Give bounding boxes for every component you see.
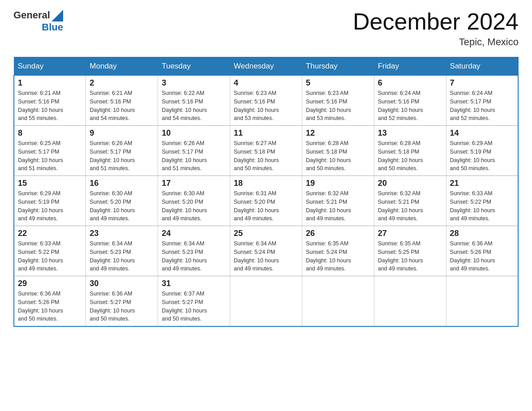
- day-number: 26: [306, 229, 370, 238]
- day-number: 10: [162, 128, 226, 138]
- day-info: Sunrise: 6:27 AM Sunset: 5:18 PM Dayligh…: [234, 139, 298, 173]
- day-number: 29: [18, 279, 82, 288]
- calendar-cell: 25 Sunrise: 6:34 AM Sunset: 5:24 PM Dayl…: [230, 226, 302, 276]
- day-header-sunday: Sunday: [14, 57, 86, 76]
- day-info: Sunrise: 6:36 AM Sunset: 5:26 PM Dayligh…: [450, 240, 514, 273]
- calendar-cell: 24 Sunrise: 6:34 AM Sunset: 5:23 PM Dayl…: [158, 226, 230, 276]
- calendar-cell: 26 Sunrise: 6:35 AM Sunset: 5:24 PM Dayl…: [302, 226, 374, 276]
- day-info: Sunrise: 6:23 AM Sunset: 5:16 PM Dayligh…: [234, 89, 298, 123]
- calendar-cell: 16 Sunrise: 6:30 AM Sunset: 5:20 PM Dayl…: [86, 176, 158, 226]
- calendar-week-row: 15 Sunrise: 6:29 AM Sunset: 5:19 PM Dayl…: [14, 176, 518, 226]
- day-info: Sunrise: 6:26 AM Sunset: 5:17 PM Dayligh…: [162, 139, 226, 173]
- day-number: 24: [162, 229, 226, 238]
- page-header: General Blue December 2024 Tepic, Mexico: [13, 9, 519, 48]
- day-number: 27: [378, 229, 442, 238]
- calendar-cell: [302, 276, 374, 327]
- day-number: 12: [306, 128, 370, 138]
- day-info: Sunrise: 6:29 AM Sunset: 5:19 PM Dayligh…: [450, 139, 514, 173]
- calendar-cell: 7 Sunrise: 6:24 AM Sunset: 5:17 PM Dayli…: [446, 76, 518, 126]
- day-number: 18: [234, 179, 298, 188]
- calendar-cell: 12 Sunrise: 6:28 AM Sunset: 5:18 PM Dayl…: [302, 126, 374, 176]
- day-info: Sunrise: 6:30 AM Sunset: 5:20 PM Dayligh…: [90, 189, 154, 223]
- calendar-cell: 19 Sunrise: 6:32 AM Sunset: 5:21 PM Dayl…: [302, 176, 374, 226]
- day-info: Sunrise: 6:36 AM Sunset: 5:26 PM Dayligh…: [18, 290, 82, 323]
- calendar-cell: 1 Sunrise: 6:21 AM Sunset: 5:16 PM Dayli…: [14, 76, 86, 126]
- calendar-cell: 8 Sunrise: 6:25 AM Sunset: 5:17 PM Dayli…: [14, 126, 86, 176]
- calendar-cell: [374, 276, 446, 327]
- day-number: 1: [18, 78, 82, 88]
- day-number: 14: [450, 128, 514, 138]
- day-info: Sunrise: 6:26 AM Sunset: 5:17 PM Dayligh…: [90, 139, 154, 173]
- calendar-cell: [230, 276, 302, 327]
- day-info: Sunrise: 6:30 AM Sunset: 5:20 PM Dayligh…: [162, 189, 226, 223]
- calendar-cell: 18 Sunrise: 6:31 AM Sunset: 5:20 PM Dayl…: [230, 176, 302, 226]
- day-info: Sunrise: 6:31 AM Sunset: 5:20 PM Dayligh…: [234, 189, 298, 223]
- day-info: Sunrise: 6:33 AM Sunset: 5:22 PM Dayligh…: [450, 189, 514, 223]
- day-info: Sunrise: 6:21 AM Sunset: 5:16 PM Dayligh…: [90, 89, 154, 123]
- day-number: 7: [450, 78, 514, 88]
- day-number: 20: [378, 179, 442, 188]
- day-number: 11: [234, 128, 298, 138]
- day-number: 5: [306, 78, 370, 88]
- calendar-cell: 29 Sunrise: 6:36 AM Sunset: 5:26 PM Dayl…: [14, 276, 86, 327]
- calendar-cell: 6 Sunrise: 6:24 AM Sunset: 5:16 PM Dayli…: [374, 76, 446, 126]
- day-number: 6: [378, 78, 442, 88]
- day-number: 25: [234, 229, 298, 238]
- calendar-cell: 20 Sunrise: 6:32 AM Sunset: 5:21 PM Dayl…: [374, 176, 446, 226]
- day-info: Sunrise: 6:34 AM Sunset: 5:23 PM Dayligh…: [90, 240, 154, 273]
- calendar-cell: 10 Sunrise: 6:26 AM Sunset: 5:17 PM Dayl…: [158, 126, 230, 176]
- day-number: 22: [18, 229, 82, 238]
- logo-general-text: General: [13, 9, 50, 21]
- day-info: Sunrise: 6:28 AM Sunset: 5:18 PM Dayligh…: [378, 139, 442, 173]
- logo-triangle-icon: [51, 10, 63, 21]
- day-number: 28: [450, 229, 514, 238]
- day-number: 9: [90, 128, 154, 138]
- day-info: Sunrise: 6:36 AM Sunset: 5:27 PM Dayligh…: [90, 290, 154, 323]
- calendar-cell: 2 Sunrise: 6:21 AM Sunset: 5:16 PM Dayli…: [86, 76, 158, 126]
- svg-marker-0: [51, 10, 63, 21]
- day-info: Sunrise: 6:35 AM Sunset: 5:25 PM Dayligh…: [378, 240, 442, 273]
- calendar-cell: 14 Sunrise: 6:29 AM Sunset: 5:19 PM Dayl…: [446, 126, 518, 176]
- day-info: Sunrise: 6:24 AM Sunset: 5:17 PM Dayligh…: [450, 89, 514, 123]
- calendar-cell: 13 Sunrise: 6:28 AM Sunset: 5:18 PM Dayl…: [374, 126, 446, 176]
- day-header-saturday: Saturday: [446, 57, 518, 76]
- calendar-cell: 17 Sunrise: 6:30 AM Sunset: 5:20 PM Dayl…: [158, 176, 230, 226]
- day-info: Sunrise: 6:32 AM Sunset: 5:21 PM Dayligh…: [378, 189, 442, 223]
- day-info: Sunrise: 6:23 AM Sunset: 5:16 PM Dayligh…: [306, 89, 370, 123]
- calendar-week-row: 8 Sunrise: 6:25 AM Sunset: 5:17 PM Dayli…: [14, 126, 518, 176]
- calendar-cell: 11 Sunrise: 6:27 AM Sunset: 5:18 PM Dayl…: [230, 126, 302, 176]
- day-number: 15: [18, 179, 82, 188]
- calendar-subtitle: Tepic, Mexico: [353, 36, 519, 48]
- day-number: 16: [90, 179, 154, 188]
- day-info: Sunrise: 6:24 AM Sunset: 5:16 PM Dayligh…: [378, 89, 442, 123]
- day-info: Sunrise: 6:25 AM Sunset: 5:17 PM Dayligh…: [18, 139, 82, 173]
- calendar-cell: 9 Sunrise: 6:26 AM Sunset: 5:17 PM Dayli…: [86, 126, 158, 176]
- day-number: 17: [162, 179, 226, 188]
- day-header-wednesday: Wednesday: [230, 57, 302, 76]
- day-header-friday: Friday: [374, 57, 446, 76]
- day-info: Sunrise: 6:33 AM Sunset: 5:22 PM Dayligh…: [18, 240, 82, 273]
- day-number: 30: [90, 279, 154, 288]
- day-number: 4: [234, 78, 298, 88]
- day-info: Sunrise: 6:32 AM Sunset: 5:21 PM Dayligh…: [306, 189, 370, 223]
- day-number: 3: [162, 78, 226, 88]
- day-header-tuesday: Tuesday: [158, 57, 230, 76]
- calendar-cell: 30 Sunrise: 6:36 AM Sunset: 5:27 PM Dayl…: [86, 276, 158, 327]
- day-header-thursday: Thursday: [302, 57, 374, 76]
- calendar-cell: 4 Sunrise: 6:23 AM Sunset: 5:16 PM Dayli…: [230, 76, 302, 126]
- calendar-cell: 28 Sunrise: 6:36 AM Sunset: 5:26 PM Dayl…: [446, 226, 518, 276]
- calendar-week-row: 29 Sunrise: 6:36 AM Sunset: 5:26 PM Dayl…: [14, 276, 518, 327]
- calendar-cell: 31 Sunrise: 6:37 AM Sunset: 5:27 PM Dayl…: [158, 276, 230, 327]
- calendar-cell: 15 Sunrise: 6:29 AM Sunset: 5:19 PM Dayl…: [14, 176, 86, 226]
- day-header-monday: Monday: [86, 57, 158, 76]
- logo-blue-text: Blue: [42, 21, 63, 33]
- calendar-cell: 21 Sunrise: 6:33 AM Sunset: 5:22 PM Dayl…: [446, 176, 518, 226]
- day-number: 23: [90, 229, 154, 238]
- title-block: December 2024 Tepic, Mexico: [353, 9, 519, 48]
- calendar-body: 1 Sunrise: 6:21 AM Sunset: 5:16 PM Dayli…: [14, 76, 518, 327]
- calendar-cell: [446, 276, 518, 327]
- day-info: Sunrise: 6:22 AM Sunset: 5:16 PM Dayligh…: [162, 89, 226, 123]
- day-number: 21: [450, 179, 514, 188]
- calendar-table: SundayMondayTuesdayWednesdayThursdayFrid…: [13, 57, 519, 327]
- calendar-cell: 5 Sunrise: 6:23 AM Sunset: 5:16 PM Dayli…: [302, 76, 374, 126]
